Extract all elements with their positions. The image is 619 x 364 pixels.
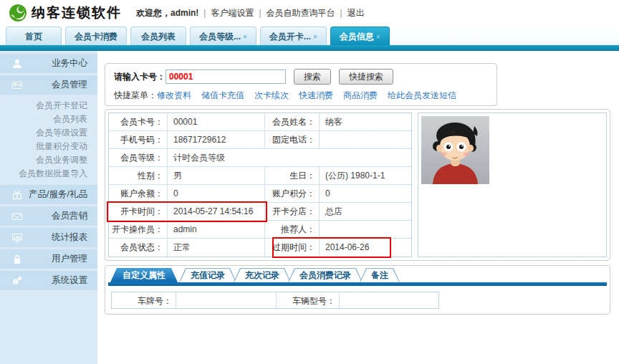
header-link-separator: |	[203, 8, 206, 18]
field-label: 会员姓名：	[265, 113, 320, 130]
field-value: 男	[168, 167, 265, 184]
header-link[interactable]: 退出	[347, 8, 365, 18]
field-value: 0	[168, 185, 265, 202]
search-panel: 请输入卡号： 搜索 快捷搜索 快捷菜单： 修改资料储值卡充值次卡续次快速消费商品…	[105, 63, 497, 106]
tab-bar: 首页会员卡消费会员列表会员等级...×会员开卡...×会员信息×	[0, 26, 619, 45]
sidebar-section-会员管理[interactable]: 会员管理	[0, 75, 97, 95]
sidebar-item-会员列表[interactable]: 会员列表	[0, 112, 97, 126]
member-fields-table: 会员卡号：00001会员姓名：纳客手机号码：18671729612固定电话：会员…	[108, 112, 412, 257]
field-value	[320, 221, 411, 238]
welcome-bar: 欢迎您，admin! |客户端设置|会员自助查询平台|退出	[136, 7, 365, 19]
field-value: 总店	[320, 203, 411, 220]
quick-menu-links: 修改资料储值卡充值次卡续次快速消费商品消费给此会员发送短信	[157, 90, 466, 102]
field-label: 会员状态：	[109, 239, 168, 257]
sidebar-item-会员等级设置[interactable]: 会员等级设置	[0, 126, 97, 140]
record-tab-自定义属性[interactable]: 自定义属性	[110, 268, 178, 282]
member-field-row: 账户余额：0账户积分：0	[109, 185, 411, 203]
plate-number-label: 车牌号：	[112, 292, 176, 308]
header-link[interactable]: 客户端设置	[211, 8, 254, 18]
sidebar-section-会员营销[interactable]: 会员营销	[0, 206, 97, 226]
plate-number-value	[176, 292, 277, 308]
field-value: 正常	[168, 239, 265, 257]
quick-link-快速消费[interactable]: 快速消费	[299, 90, 333, 100]
quick-search-button[interactable]: 快捷搜索	[339, 69, 393, 85]
field-label: 固定电话：	[265, 131, 320, 148]
sidebar-section-label: 业务中心	[23, 57, 87, 70]
field-label: 开卡操作员：	[109, 221, 168, 238]
field-value: 计时会员等级	[168, 149, 411, 166]
field-label: 性别：	[109, 167, 168, 184]
record-tabs-panel: 自定义属性充值记录充次记录会员消费记录备注 车牌号： 车辆型号：	[105, 265, 610, 315]
quick-link-次卡续次[interactable]: 次卡续次	[254, 90, 289, 100]
field-label: 手机号码：	[109, 131, 168, 148]
quick-link-修改资料[interactable]: 修改资料	[157, 90, 191, 100]
field-value: (公历) 1980-1-1	[320, 167, 411, 184]
sidebar-item-会员开卡登记[interactable]: 会员开卡登记	[0, 99, 97, 112]
app-header: 纳客连锁软件 欢迎您，admin! |客户端设置|会员自助查询平台|退出	[0, 0, 619, 26]
quick-link-给此会员发送短信[interactable]: 给此会员发送短信	[388, 90, 456, 100]
sidebar-item-会员业务调整[interactable]: 会员业务调整	[0, 153, 97, 167]
card-number-label: 请输入卡号：	[114, 71, 165, 83]
sidebar-section-label: 会员营销	[23, 210, 87, 222]
tab-item[interactable]: 首页	[6, 27, 62, 45]
field-label: 过期时间：	[265, 239, 320, 257]
sidebar-section-label: 产品/服务/礼品	[23, 188, 87, 201]
record-tab-会员消费记录[interactable]: 会员消费记录	[288, 268, 363, 282]
sidebar-section-label: 统计报表	[23, 231, 87, 244]
quick-link-商品消费[interactable]: 商品消费	[343, 90, 378, 100]
welcome-text: 欢迎您，	[136, 8, 171, 18]
member-field-row: 手机号码：18671729612固定电话：	[109, 131, 411, 149]
record-tab-充次记录[interactable]: 充次记录	[234, 268, 291, 282]
record-tab-label: 充值记录	[180, 269, 236, 282]
gift-icon	[11, 189, 23, 201]
quick-link-储值卡充值[interactable]: 储值卡充值	[201, 90, 244, 100]
record-tab-label: 自定义属性	[110, 268, 178, 282]
vehicle-model-label: 车辆型号：	[277, 292, 340, 308]
welcome-user: admin!	[171, 8, 198, 18]
member-field-row: 会员状态：正常过期时间：2014-06-26	[109, 239, 411, 257]
tab-item[interactable]: 会员卡消费	[65, 27, 127, 45]
app-window: 纳客连锁软件 欢迎您，admin! |客户端设置|会员自助查询平台|退出 首页会…	[0, 0, 619, 364]
member-field-row: 会员等级：计时会员等级	[109, 149, 411, 167]
sidebar-section-统计报表[interactable]: 统计报表	[0, 228, 97, 247]
tab-item[interactable]: 会员等级...×	[190, 27, 256, 45]
record-tab-label: 会员消费记录	[289, 269, 362, 282]
field-label: 开卡时间：	[109, 203, 168, 220]
tab-label: 会员卡消费	[75, 32, 117, 42]
header-link[interactable]: 会员自助查询平台	[267, 8, 335, 18]
app-title: 纳客连锁软件	[32, 4, 122, 22]
sidebar-item-批量积分变动[interactable]: 批量积分变动	[0, 140, 97, 153]
sidebar-submenu: 会员开卡登记会员列表会员等级设置批量积分变动会员业务调整会员数据批量导入	[0, 97, 97, 185]
tab-close-icon[interactable]: ×	[243, 33, 247, 41]
record-tab-充值记录[interactable]: 充值记录	[179, 268, 236, 282]
sidebar-section-用户管理[interactable]: 用户管理	[0, 249, 97, 269]
record-tab-备注[interactable]: 备注	[360, 268, 400, 282]
header-link-separator: |	[340, 8, 342, 18]
app-logo-icon	[9, 4, 27, 22]
field-value: 2014-05-27 14:54:16	[168, 203, 265, 220]
member-field-row: 开卡操作员：admin推荐人：	[109, 221, 411, 239]
field-value: 18671729612	[168, 131, 265, 148]
sidebar-section-产品/服务/礼品[interactable]: 产品/服务/礼品	[0, 185, 97, 204]
tab-close-icon[interactable]: ×	[313, 33, 317, 41]
sidebar-section-label: 用户管理	[23, 253, 87, 265]
tab-item[interactable]: 会员开卡...×	[260, 27, 327, 45]
tab-label: 会员列表	[141, 32, 176, 42]
sidebar-section-业务中心[interactable]: 业务中心	[0, 54, 97, 73]
card-number-input[interactable]	[165, 70, 286, 84]
header-links: |客户端设置|会员自助查询平台|退出	[198, 7, 364, 19]
tab-close-icon[interactable]: ×	[376, 33, 380, 41]
lock-icon	[11, 254, 23, 265]
sidebar-section-系统设置[interactable]: 系统设置	[0, 271, 97, 290]
field-label: 推荐人：	[265, 221, 320, 238]
chart-icon	[11, 232, 23, 244]
field-value	[320, 131, 411, 148]
custom-attributes-table: 车牌号： 车辆型号：	[111, 292, 439, 309]
tab-active[interactable]: 会员信息×	[330, 27, 390, 45]
search-button[interactable]: 搜索	[294, 69, 331, 85]
tab-item[interactable]: 会员列表	[130, 27, 186, 45]
accent-bar	[0, 45, 619, 51]
member-field-row: 开卡时间：2014-05-27 14:54:16开卡分店：总店	[109, 203, 411, 221]
sidebar-item-会员数据批量导入[interactable]: 会员数据批量导入	[0, 167, 97, 181]
quick-menu-label: 快捷菜单：	[114, 90, 157, 102]
